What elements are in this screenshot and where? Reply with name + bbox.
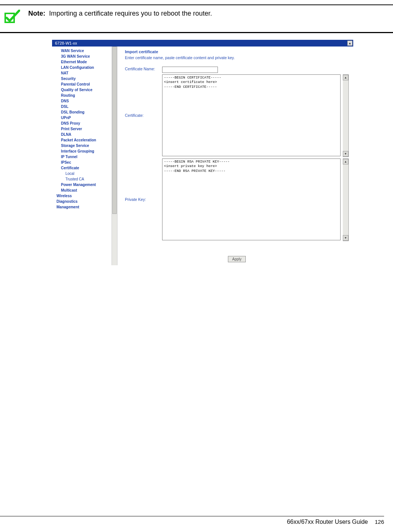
window-title: 6728-W1-xx xyxy=(55,41,77,45)
sidebar-item[interactable]: DNS Proxy xyxy=(61,121,111,126)
scroll-down-icon[interactable]: ▼ xyxy=(343,235,348,241)
sidebar-item[interactable]: Interface Grouping xyxy=(61,148,111,154)
scroll-up-icon[interactable]: ▲ xyxy=(343,75,348,80)
sidebar-scrollbar[interactable] xyxy=(112,47,117,265)
sidebar-item[interactable]: DLNA xyxy=(61,132,111,137)
sidebar-item[interactable]: Print Server xyxy=(61,126,111,132)
note-text: Importing a certificate requires you to … xyxy=(49,10,212,17)
sidebar-item[interactable]: IP Tunnel xyxy=(61,154,111,160)
sidebar-item[interactable]: Security xyxy=(61,76,111,81)
page-description: Enter certificate name, paste certificat… xyxy=(125,55,349,60)
scroll-up-icon[interactable]: ▲ xyxy=(343,159,348,164)
sidebar-item[interactable]: NAT xyxy=(61,70,111,76)
apply-button[interactable]: Apply xyxy=(228,256,245,262)
sidebar-item[interactable]: Local xyxy=(61,171,111,176)
footer-page-number: 126 xyxy=(375,519,384,525)
scroll-down-icon[interactable]: ▼ xyxy=(343,151,348,157)
cert-name-input[interactable] xyxy=(162,67,218,73)
certificate-textarea[interactable] xyxy=(162,74,341,156)
router-admin-screenshot: 6728-W1-xx ▲ WAN Service3G WAN ServiceEt… xyxy=(52,40,353,265)
sidebar-item[interactable]: Quality of Service xyxy=(61,87,111,93)
sidebar-item[interactable]: Ethernet Mode xyxy=(61,59,111,65)
private-key-label: Private Key: xyxy=(125,158,162,240)
textarea-scrollbar[interactable]: ▲ ▼ xyxy=(343,74,349,157)
sidebar-item[interactable]: DSL Bonding xyxy=(61,109,111,115)
page-footer: 66xx/67xx Router Users Guide 126 xyxy=(0,516,384,525)
sidebar-item[interactable]: IPSec xyxy=(61,160,111,165)
window-titlebar: 6728-W1-xx ▲ xyxy=(52,40,353,47)
sidebar-item[interactable]: Trusted CA xyxy=(61,176,111,182)
main-content: Import certificate Enter certificate nam… xyxy=(117,47,353,265)
scroll-up-icon[interactable]: ▲ xyxy=(347,41,352,46)
checkmark-icon xyxy=(4,10,20,24)
note-block: Note: Importing a certificate requires y… xyxy=(0,8,393,28)
sidebar-item[interactable]: Packet Acceleration xyxy=(61,137,111,143)
sidebar-item[interactable]: Management xyxy=(57,204,111,210)
sidebar-item[interactable]: Parental Control xyxy=(61,81,111,87)
sidebar-item[interactable]: Multicast xyxy=(61,188,111,193)
sidebar-item[interactable]: 3G WAN Service xyxy=(61,54,111,59)
note-label: Note: xyxy=(28,10,45,17)
sidebar-item[interactable]: Routing xyxy=(61,93,111,98)
sidebar-item[interactable]: Wireless xyxy=(57,193,111,199)
sidebar-item[interactable]: Diagnostics xyxy=(57,199,111,204)
sidebar-item[interactable]: Certificate xyxy=(61,165,111,171)
private-key-textarea[interactable] xyxy=(162,158,341,240)
nav-sidebar: WAN Service3G WAN ServiceEthernet ModeLA… xyxy=(52,47,112,265)
sidebar-item[interactable]: Power Management xyxy=(61,182,111,188)
sidebar-item[interactable]: Storage Service xyxy=(61,143,111,148)
footer-guide-title: 66xx/67xx Router Users Guide xyxy=(287,519,368,525)
sidebar-item[interactable]: UPnP xyxy=(61,115,111,121)
sidebar-item[interactable]: DSL xyxy=(61,104,111,109)
textarea-scrollbar[interactable]: ▲ ▼ xyxy=(343,158,349,241)
page-heading: Import certificate xyxy=(125,49,349,54)
cert-name-label: Certificate Name: xyxy=(125,67,162,71)
sidebar-item[interactable]: DNS xyxy=(61,98,111,104)
sidebar-item[interactable]: LAN Configuration xyxy=(61,65,111,70)
sidebar-item[interactable]: WAN Service xyxy=(61,48,111,54)
certificate-label: Certificate: xyxy=(125,74,162,156)
